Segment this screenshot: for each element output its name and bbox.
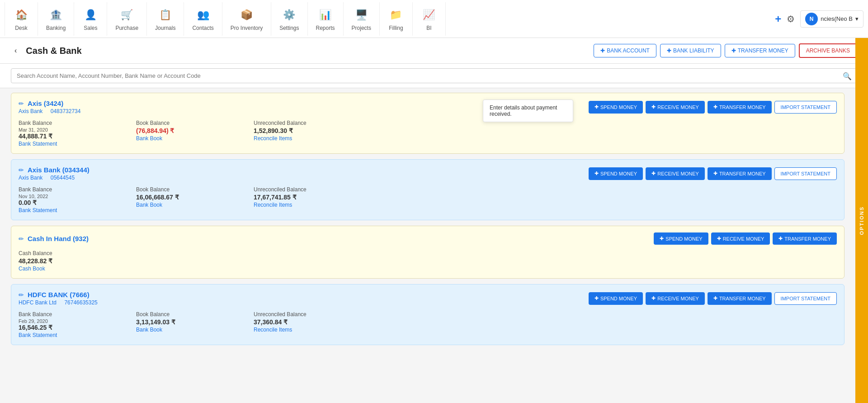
bank-subtitle: Axis Bank 05644545 xyxy=(19,175,90,181)
balance-item-cash: Cash Balance 48,228.82 ₹ Cash Book xyxy=(19,250,118,272)
plus-icon: ✚ xyxy=(731,47,736,54)
spend-money-button[interactable]: ✚ SPEND MONEY xyxy=(589,167,643,180)
main-content: ✏ Axis (3424) Axis Bank 0483732734 ✚ SPE… xyxy=(0,88,855,403)
transfer-money-button[interactable]: ✚ TRANSFER MONEY xyxy=(773,232,837,245)
bank-subtitle: Axis Bank 0483732734 xyxy=(19,108,87,114)
nav-item-journals[interactable]: 📋 Journals xyxy=(147,2,184,36)
edit-icon[interactable]: ✏ xyxy=(19,100,24,107)
nav-item-projects[interactable]: 🖥️ Projects xyxy=(344,2,380,36)
settings-gear-icon[interactable]: ⚙ xyxy=(787,14,795,24)
sales-icon: 👤 xyxy=(82,7,99,23)
nav-label-purchase: Purchase xyxy=(115,25,138,31)
plus-icon: ✚ xyxy=(717,236,721,242)
add-button[interactable]: + xyxy=(775,13,781,25)
reconcile-items-link[interactable]: Reconcile Items xyxy=(254,135,353,142)
balance-value: (76,884.94) ₹ xyxy=(136,127,236,134)
receive-money-button[interactable]: ✚ RECEIVE MONEY xyxy=(646,292,705,305)
spend-money-button-axis3424[interactable]: ✚ SPEND MONEY xyxy=(589,101,643,114)
nav-item-bi[interactable]: 📈 BI xyxy=(413,2,446,36)
balance-item-bank: Bank Balance Nov 10, 2022 0.00 ₹ Bank St… xyxy=(19,186,118,213)
bank-balances: Bank Balance Nov 10, 2022 0.00 ₹ Bank St… xyxy=(19,186,837,213)
spend-money-button[interactable]: ✚ SPEND MONEY xyxy=(589,292,643,305)
nav-item-desk[interactable]: 🏠 Desk xyxy=(5,2,38,36)
balance-value: 1,52,890.30 ₹ xyxy=(254,127,353,134)
transfer-money-button[interactable]: ✚ TRANSFER MONEY xyxy=(708,292,772,305)
bank-book-link[interactable]: Bank Book xyxy=(136,135,236,142)
archive-banks-button[interactable]: ARCHIVE BANKS xyxy=(799,43,857,58)
bank-name-link[interactable]: Cash In Hand (932) xyxy=(28,235,89,242)
balance-label: Book Balance xyxy=(136,120,236,126)
avatar: N xyxy=(805,13,818,25)
nav-item-reports[interactable]: 📊 Reports xyxy=(308,2,344,36)
nav-item-contacts[interactable]: 👥 Contacts xyxy=(184,2,222,36)
plus-icon: ✚ xyxy=(778,236,783,242)
top-navigation: 🏠 Desk 🏦 Banking 👤 Sales 🛒 Purchase 📋 Jo… xyxy=(0,0,868,38)
balance-item-unreconciled: Unreconciled Balance 37,360.84 ₹ Reconci… xyxy=(254,311,353,333)
transfer-money-button-axis3424[interactable]: ✚ TRANSFER MONEY xyxy=(708,101,772,114)
balance-item-bank: Bank Balance Feb 29, 2020 16,546.25 ₹ Ba… xyxy=(19,311,118,338)
nav-item-banking[interactable]: 🏦 Banking xyxy=(38,2,74,36)
edit-icon[interactable]: ✏ xyxy=(19,291,24,299)
bank-balances: Cash Balance 48,228.82 ₹ Cash Book xyxy=(19,250,837,272)
balance-item-unreconciled: Unreconciled Balance 1,52,890.30 ₹ Recon… xyxy=(254,120,353,142)
balance-item-unreconciled: Unreconciled Balance 17,67,741.85 ₹ Reco… xyxy=(254,186,353,208)
bank-card-title: ✏ Axis Bank (034344) xyxy=(19,166,90,174)
import-statement-button-axis3424[interactable]: IMPORT STATEMENT xyxy=(774,101,837,114)
spend-money-button[interactable]: ✚ SPEND MONEY xyxy=(654,232,708,245)
account-number: 0483732734 xyxy=(51,108,81,114)
nav-label-desk: Desk xyxy=(15,25,27,31)
pro-inventory-icon: 📦 xyxy=(238,7,255,23)
plus-icon: ✚ xyxy=(651,104,656,110)
company-selector[interactable]: N ncies(Neo B ▾ xyxy=(800,10,863,28)
bank-name-link[interactable]: Axis (3424) xyxy=(28,100,63,107)
bank-name-link[interactable]: Axis Bank (034344) xyxy=(28,166,90,174)
journals-icon: 📋 xyxy=(157,7,174,23)
bank-name-link[interactable]: HDFC BANK (7666) xyxy=(28,291,90,299)
balance-label: Unreconciled Balance xyxy=(254,120,353,126)
bank-statement-link[interactable]: Bank Statement xyxy=(19,141,118,147)
plus-icon: ✚ xyxy=(660,236,664,242)
header-actions: ✚ BANK ACCOUNT ✚ BANK LIABILITY ✚ TRANSF… xyxy=(594,43,857,58)
back-button[interactable]: ‹ xyxy=(11,45,20,57)
options-sidebar[interactable]: OPTIONS xyxy=(855,38,868,403)
nav-item-pro-inventory[interactable]: 📦 Pro Inventory xyxy=(222,2,271,36)
receive-money-button[interactable]: ✚ RECEIVE MONEY xyxy=(646,167,705,180)
tooltip-text: Enter details about payment received. xyxy=(490,104,557,117)
nav-items: 🏠 Desk 🏦 Banking 👤 Sales 🛒 Purchase 📋 Jo… xyxy=(5,2,775,36)
nav-item-sales[interactable]: 👤 Sales xyxy=(74,2,107,36)
receive-money-button[interactable]: ✚ RECEIVE MONEY xyxy=(711,232,770,245)
plus-icon: ✚ xyxy=(713,295,717,301)
import-statement-button[interactable]: IMPORT STATEMENT xyxy=(774,167,837,180)
nav-label-pro-inventory: Pro Inventory xyxy=(231,25,263,31)
bi-icon: 📈 xyxy=(421,7,437,23)
transfer-money-header-button[interactable]: ✚ TRANSFER MONEY xyxy=(725,44,795,57)
edit-icon[interactable]: ✏ xyxy=(19,235,24,242)
bank-card-header: ✏ HDFC BANK (7666) HDFC Bank Ltd 7674663… xyxy=(19,291,837,306)
import-statement-button[interactable]: IMPORT STATEMENT xyxy=(774,292,837,305)
search-icon[interactable]: 🔍 xyxy=(843,71,852,80)
bank-card-header: ✏ Axis (3424) Axis Bank 0483732734 ✚ SPE… xyxy=(19,100,837,114)
balance-item-book: Book Balance (76,884.94) ₹ Bank Book xyxy=(136,120,236,142)
bank-label: Axis Bank xyxy=(19,108,42,114)
nav-right: + ⚙ N ncies(Neo B ▾ xyxy=(775,10,863,28)
company-name: ncies(Neo B xyxy=(821,15,853,22)
plus-icon: ✚ xyxy=(594,104,599,110)
bank-card-title-section: ✏ Axis (3424) Axis Bank 0483732734 xyxy=(19,100,87,114)
edit-icon[interactable]: ✏ xyxy=(19,166,24,174)
nav-item-filling[interactable]: 📁 Filling xyxy=(380,2,413,36)
balance-value: 44,888.71 ₹ xyxy=(19,133,118,140)
search-input[interactable] xyxy=(11,68,857,83)
plus-icon: ✚ xyxy=(651,295,656,301)
bank-liability-button[interactable]: ✚ BANK LIABILITY xyxy=(660,44,721,57)
bank-account-button[interactable]: ✚ BANK ACCOUNT xyxy=(594,44,656,57)
balance-item-bank: Bank Balance Mar 31, 2020 44,888.71 ₹ Ba… xyxy=(19,120,118,147)
receive-money-button-axis3424[interactable]: ✚ RECEIVE MONEY xyxy=(646,101,705,114)
bank-label: HDFC Bank Ltd xyxy=(19,299,57,306)
bank-actions: ✚ SPEND MONEY ✚ RECEIVE MONEY ✚ TRANSFER… xyxy=(654,232,837,245)
transfer-money-button[interactable]: ✚ TRANSFER MONEY xyxy=(708,167,772,180)
nav-item-settings[interactable]: ⚙️ Settings xyxy=(271,2,307,36)
nav-label-sales: Sales xyxy=(84,25,97,31)
nav-label-reports: Reports xyxy=(316,25,335,31)
nav-item-purchase[interactable]: 🛒 Purchase xyxy=(107,2,147,36)
bank-card-title-section: ✏ Axis Bank (034344) Axis Bank 05644545 xyxy=(19,166,90,181)
